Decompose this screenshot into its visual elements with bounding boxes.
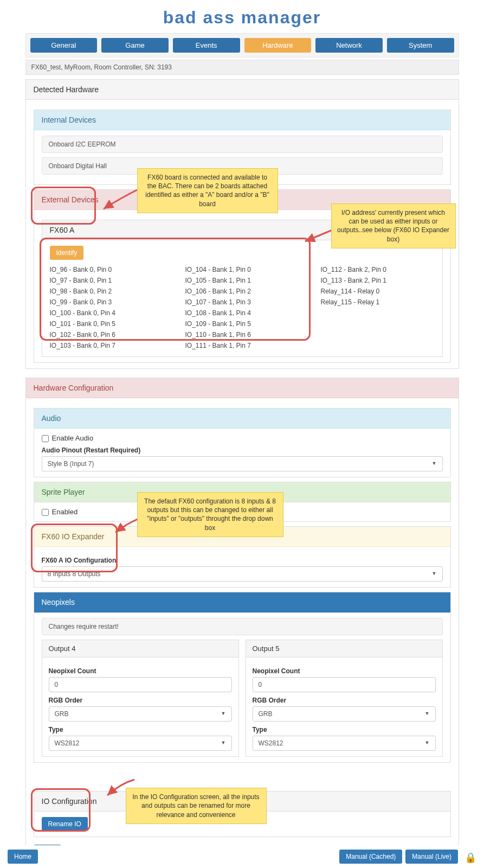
io-address-item: IO_103 - Bank 0, Pin 7 <box>50 340 164 351</box>
home-button[interactable]: Home <box>8 850 38 864</box>
neopixel-order-select[interactable]: GRB <box>253 706 436 722</box>
internal-device-item: Onboard I2C EEPROM <box>42 136 443 153</box>
callout-fx60-config: The default FX60 configuration is 8 inpu… <box>137 492 283 537</box>
neopixel-output-title: Output 5 <box>246 640 442 658</box>
detected-hardware-title: Detected Hardware <box>26 80 459 100</box>
audio-title: Audio <box>34 409 450 429</box>
io-address-item: IO_99 - Bank 0, Pin 3 <box>50 297 164 308</box>
neopixels-title: Neopixels <box>34 592 450 612</box>
neopixel-order-select[interactable]: GRB <box>49 706 232 722</box>
io-address-item: IO_106 - Bank 1, Pin 2 <box>185 286 299 297</box>
manual-cached-button[interactable]: Manual (Cached) <box>339 850 402 864</box>
audio-pinout-select[interactable]: Style B (Input 7) <box>42 456 443 471</box>
main-tabs: General Game Events Hardware Network Sys… <box>25 33 459 58</box>
io-address-item: IO_98 - Bank 0, Pin 2 <box>50 286 164 297</box>
neopixel-output-card: Output 4 Neopixel Count RGB Order GRB Ty… <box>42 640 239 757</box>
enable-audio-checkbox[interactable]: Enable Audio <box>42 434 94 442</box>
io-address-item: IO_110 - Bank 1, Pin 6 <box>185 329 299 340</box>
tab-network[interactable]: Network <box>315 38 383 53</box>
app-title: bad ass manager <box>25 4 459 33</box>
io-address-item: IO_104 - Bank 1, Pin 0 <box>185 264 299 275</box>
fx60a-config-select[interactable]: 8 Inputs 8 Outputs <box>42 566 443 582</box>
io-address-item: IO_111 - Bank 1, Pin 7 <box>185 340 299 351</box>
io-address-item: IO_102 - Bank 0, Pin 6 <box>50 329 164 340</box>
callout-io-config: In the IO Configuration screen, all the … <box>126 788 267 824</box>
breadcrumb: FX60_test, MyRoom, Room Controller, SN: … <box>25 60 459 75</box>
lock-icon[interactable]: 🔒 <box>464 852 476 864</box>
io-address-item: IO_112 - Bank 2, Pin 0 <box>321 264 435 275</box>
manual-live-button[interactable]: Manual (Live) <box>405 850 458 864</box>
rename-io-button[interactable]: Rename IO <box>42 817 88 831</box>
io-address-grid: IO_96 - Bank 0, Pin 0IO_97 - Bank 0, Pin… <box>50 264 435 351</box>
neopixel-count-input[interactable] <box>253 677 436 692</box>
io-address-item: IO_113 - Bank 2, Pin 1 <box>321 275 435 286</box>
internal-devices-title: Internal Devices <box>34 110 450 130</box>
tab-system[interactable]: System <box>387 38 454 53</box>
neopixels-note: Changes require restart! <box>42 618 443 635</box>
neopixel-type-select[interactable]: WS2812 <box>49 736 232 751</box>
identify-button[interactable]: Identify <box>50 246 84 260</box>
io-address-item: IO_105 - Bank 1, Pin 1 <box>185 275 299 286</box>
callout-io-address: I/O address' currently present which can… <box>331 203 456 248</box>
audio-pinout-label: Audio Pinout (Restart Required) <box>42 446 443 454</box>
io-address-item: IO_100 - Bank 0, Pin 4 <box>50 308 164 318</box>
io-address-item: IO_108 - Bank 1, Pin 4 <box>185 308 299 318</box>
io-address-item: IO_101 - Bank 0, Pin 5 <box>50 318 164 329</box>
io-address-item: Relay_115 - Relay 1 <box>321 297 435 308</box>
io-address-item: Relay_114 - Relay 0 <box>321 286 435 297</box>
neopixel-type-select[interactable]: WS2812 <box>253 736 436 751</box>
sprite-enabled-checkbox[interactable]: Enabled <box>42 508 78 516</box>
hardware-config-title: Hardware Configuration <box>26 378 459 398</box>
io-address-item: IO_97 - Bank 0, Pin 1 <box>50 275 164 286</box>
neopixel-output-title: Output 4 <box>42 640 238 658</box>
neopixel-output-card: Output 5 Neopixel Count RGB Order GRB Ty… <box>246 640 443 757</box>
neopixel-count-input[interactable] <box>49 677 232 692</box>
io-address-item: IO_109 - Bank 1, Pin 5 <box>185 318 299 329</box>
io-address-item: IO_96 - Bank 0, Pin 0 <box>50 264 164 275</box>
tab-general[interactable]: General <box>30 38 98 53</box>
fx60a-config-label: FX60 A IO Configuration <box>42 557 443 564</box>
tab-game[interactable]: Game <box>101 38 169 53</box>
tab-hardware[interactable]: Hardware <box>244 38 312 53</box>
io-address-item: IO_107 - Bank 1, Pin 3 <box>185 297 299 308</box>
callout-fx60-board: FX60 board is connected and available to… <box>137 168 278 213</box>
tab-events[interactable]: Events <box>173 38 240 53</box>
